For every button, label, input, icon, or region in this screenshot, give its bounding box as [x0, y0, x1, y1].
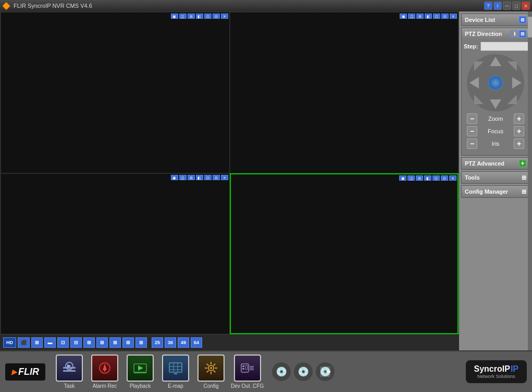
video-cell-2[interactable]: ▣ ◫ ⊞ ◧ ⊡ ⊟ ✕: [230, 12, 459, 173]
layout-16-button[interactable]: ⊞: [135, 337, 147, 348]
cell-icon-2b[interactable]: ◫: [408, 14, 415, 19]
flir-logo-small: 🔶: [2, 2, 10, 10]
hd-button[interactable]: HD: [3, 337, 16, 348]
video-cell-1[interactable]: ▣ ◫ ⊞ ◧ ⊡ ⊟ ✕: [1, 12, 230, 173]
config-btn-icon[interactable]: [197, 355, 225, 382]
cell-icon-4g[interactable]: ✕: [449, 175, 456, 181]
cell-icon-3c[interactable]: ⊞: [188, 175, 195, 180]
ptz-downleft-button[interactable]: [474, 95, 484, 104]
alarm-rec-button[interactable]: Alarm Rec: [89, 355, 120, 389]
device-list-icon[interactable]: ⊞: [519, 16, 526, 23]
config-manager-icon[interactable]: ⊞: [522, 188, 526, 195]
task-icon[interactable]: [56, 355, 83, 382]
cell-icon-1c[interactable]: ⊞: [188, 14, 195, 19]
ptz-center-button[interactable]: [488, 75, 503, 90]
tools-icon[interactable]: ⊞: [522, 174, 526, 181]
layout-12-button[interactable]: ⊞: [122, 337, 134, 348]
layout-1-button[interactable]: ⬛: [18, 337, 30, 348]
focus-plus-button[interactable]: +: [514, 126, 524, 136]
layout-2-button[interactable]: ⊞: [31, 337, 43, 348]
video-cell-3[interactable]: ▣ ◫ ⊞ ◧ ⊡ ⊟ ✕: [1, 173, 230, 335]
btn-25[interactable]: 25: [152, 337, 163, 348]
cell-icon-2g[interactable]: ✕: [450, 14, 457, 19]
alarm-rec-icon[interactable]: [91, 355, 118, 382]
ptz-left-button[interactable]: [469, 77, 479, 88]
ptz-down-button[interactable]: [490, 99, 501, 109]
step-input[interactable]: [480, 42, 533, 51]
cell-icon-3a[interactable]: ▣: [171, 175, 178, 180]
cell-icon-4c[interactable]: ⊞: [416, 175, 423, 181]
playback-icon[interactable]: [127, 355, 154, 382]
close-button[interactable]: ✕: [522, 2, 530, 10]
iris-minus-button[interactable]: −: [467, 138, 477, 149]
btn-64[interactable]: 64: [191, 337, 202, 348]
layout-6-button[interactable]: ⊟: [70, 337, 82, 348]
ptz-downright-button[interactable]: [508, 95, 517, 104]
btn-36[interactable]: 36: [165, 337, 176, 348]
scrollbar-thumb[interactable]: [528, 17, 532, 37]
layout-10-button[interactable]: ⊞: [109, 337, 121, 348]
disc-icon-2[interactable]: 💿: [294, 362, 313, 381]
cell-icon-4f[interactable]: ⊟: [441, 175, 448, 181]
cell-icon-4b[interactable]: ◫: [407, 175, 415, 181]
ptz-info-icon[interactable]: ℹ: [511, 30, 518, 37]
disc-icon-1[interactable]: 💿: [272, 362, 291, 381]
task-button[interactable]: Task: [54, 355, 85, 389]
ptz-up-button[interactable]: [490, 57, 501, 66]
zoom-minus-button[interactable]: −: [467, 113, 477, 124]
cell-icon-1g[interactable]: ✕: [221, 14, 228, 19]
svg-rect-27: [242, 365, 244, 367]
device-list-header[interactable]: Device List ⊞: [462, 14, 529, 26]
emap-button[interactable]: E-map: [160, 355, 191, 389]
cell-icon-3b[interactable]: ◫: [179, 175, 187, 180]
layout-2v-button[interactable]: ▬: [44, 337, 56, 348]
focus-minus-button[interactable]: −: [467, 126, 477, 136]
cell-icon-3g[interactable]: ✕: [221, 175, 228, 180]
layout-4-button[interactable]: ⊡: [57, 337, 69, 348]
layout-8-button[interactable]: ⊞: [83, 337, 95, 348]
config-button[interactable]: Config: [195, 355, 227, 389]
cell-icon-1e[interactable]: ⊡: [204, 14, 212, 19]
info-button[interactable]: i: [493, 2, 502, 10]
maximize-button[interactable]: □: [512, 2, 521, 10]
cell-icon-3e[interactable]: ⊡: [204, 175, 212, 180]
cell-icon-1a[interactable]: ▣: [171, 14, 178, 19]
cd-icon[interactable]: 💽: [316, 362, 335, 381]
btn-49[interactable]: 49: [178, 337, 189, 348]
tools-header[interactable]: Tools ⊞: [462, 172, 529, 183]
playback-button[interactable]: Playback: [125, 355, 156, 389]
ptz-advanced-expand-icon[interactable]: +: [519, 160, 526, 167]
zoom-plus-button[interactable]: +: [514, 113, 524, 124]
cell-icon-4e[interactable]: ⊡: [432, 175, 440, 181]
cell-icon-2f[interactable]: ⊟: [441, 14, 449, 19]
cell-icon-3f[interactable]: ⊟: [213, 175, 220, 180]
cell-icon-1f[interactable]: ⊟: [213, 14, 220, 19]
ptz-direction-header[interactable]: PTZ Direction ℹ ⊞: [462, 28, 529, 40]
cell-icon-2e[interactable]: ⊡: [433, 14, 440, 19]
devout-icon[interactable]: [234, 355, 261, 382]
cell-icon-1b[interactable]: ◫: [179, 14, 187, 19]
cell-icon-2c[interactable]: ⊞: [416, 14, 424, 19]
ptz-settings-icon[interactable]: ⊞: [519, 30, 526, 37]
ptz-upleft-button[interactable]: [474, 61, 484, 71]
cell-icon-2d[interactable]: ◧: [425, 14, 432, 19]
cell-icon-3d[interactable]: ◧: [196, 175, 203, 180]
cell-icon-2a[interactable]: ▣: [400, 14, 407, 19]
video-cell-4[interactable]: ▣ ◫ ⊞ ◧ ⊡ ⊟ ✕: [230, 173, 459, 335]
devout-label: Dev Out .CFG: [231, 383, 264, 389]
help-button[interactable]: ?: [484, 2, 492, 10]
ptz-advanced-header[interactable]: PTZ Advanced +: [462, 158, 529, 169]
cell-icon-4a[interactable]: ▣: [399, 175, 406, 181]
ptz-upright-button[interactable]: [508, 61, 517, 71]
cell-icon-4d[interactable]: ◧: [424, 175, 431, 181]
minimize-button[interactable]: ─: [503, 2, 511, 10]
ptz-right-button[interactable]: [512, 77, 522, 88]
layout-9-button[interactable]: ⊞: [96, 337, 108, 348]
right-scrollbar[interactable]: [528, 11, 532, 350]
iris-plus-button[interactable]: +: [514, 138, 524, 149]
cell-icon-1d[interactable]: ◧: [196, 14, 203, 19]
titlebar-controls: ? i ─ □ ✕: [484, 2, 530, 10]
emap-icon[interactable]: [162, 355, 189, 382]
config-manager-header[interactable]: Config Manager ⊞: [462, 186, 529, 197]
devout-button[interactable]: Dev Out .CFG: [231, 355, 264, 389]
